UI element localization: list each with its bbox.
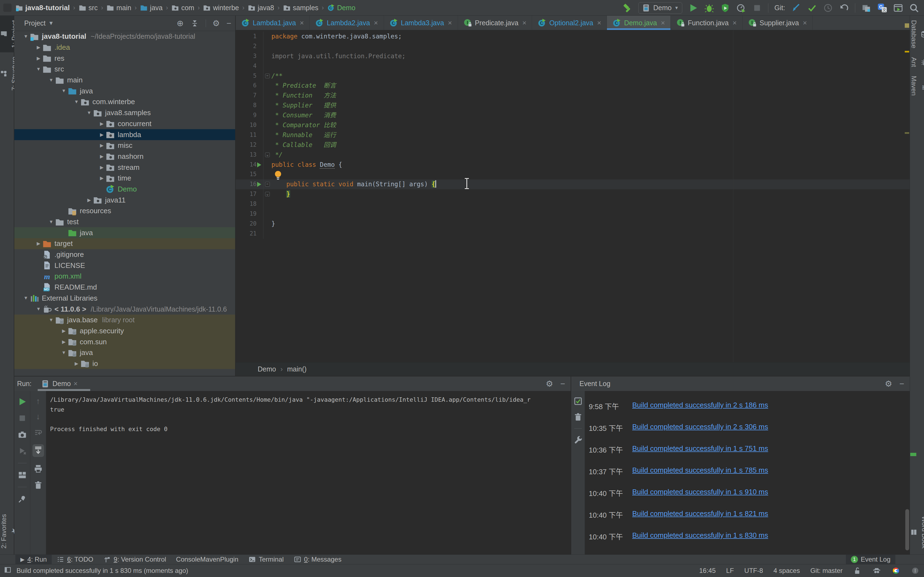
settings-gear-icon[interactable]: ⚙ [213,19,220,27]
tree-item-java11[interactable]: ▶java11 [14,195,235,206]
code-line-1[interactable]: 1package com.winterbe.java8.samples; [236,32,910,42]
tree-item--gitignore[interactable]: .gitignore [14,249,235,260]
toolwindow-button-run[interactable]: ▶4: Run [15,555,52,564]
tree-expand-icon[interactable]: ▼ [47,318,55,323]
toolwindow-button-todo[interactable]: 6: TODO [52,555,98,564]
tree-collapse-icon[interactable]: ▶ [98,121,106,127]
toolwindow-button-version-control[interactable]: 9: Version Control [98,555,171,564]
breadcrumb-item-samples[interactable]: samples [283,4,318,12]
tree-item-res[interactable]: ▶res [14,53,235,64]
tree-item-io[interactable]: ▶io [14,358,235,369]
tree-expand-icon[interactable]: ▼ [22,34,30,39]
breadcrumb-item-java[interactable]: java [140,4,163,12]
stop-icon[interactable] [18,414,27,423]
close-icon[interactable]: × [74,380,78,388]
rerun-icon[interactable] [18,397,27,406]
tree-item-demo[interactable]: CDemo [14,184,235,195]
tab-lambda3.java[interactable]: CLambda3.java× [384,16,458,30]
project-panel-title[interactable]: Project [24,19,46,27]
tab-lambda1.java[interactable]: CLambda1.java× [236,16,310,30]
code-line-10[interactable]: 10 * Comparator 比较 [236,120,910,130]
tree-collapse-icon[interactable]: ▶ [98,175,106,181]
tree-item-target[interactable]: ▶target [14,238,235,249]
close-icon[interactable]: × [733,19,737,27]
tree-collapse-icon[interactable]: ▶ [98,143,106,148]
clear-all-icon[interactable] [34,480,43,490]
close-icon[interactable]: × [448,19,452,27]
toolwindow-button-messages[interactable]: 0: Messages [289,555,347,564]
code-line-21[interactable]: 21 [236,229,910,239]
tree-expand-icon[interactable]: ▼ [73,99,80,105]
event-message-link[interactable]: Build completed successfully in 1 s 785 … [632,466,768,474]
status-item-utf-8[interactable]: UTF-8 [745,567,763,575]
event-log-scrollbar[interactable] [905,509,909,550]
profiler-icon[interactable] [736,3,746,13]
fold-marker-icon[interactable]: − [265,182,270,187]
mark-read-icon[interactable] [573,396,583,406]
unlock-icon[interactable] [853,566,862,575]
tree-collapse-icon[interactable]: ▶ [98,153,106,160]
event-message-link[interactable]: Build completed successfully in 1 s 910 … [632,488,768,496]
breadcrumb-item-com[interactable]: com [171,4,194,12]
close-icon[interactable]: × [597,19,601,27]
run-line-icon[interactable] [257,163,261,167]
tree-item-test[interactable]: ▼test [14,216,235,227]
breadcrumb-item-demo[interactable]: CDemo [327,4,355,12]
code-line-15[interactable]: 15 [236,169,910,179]
tab-function.java[interactable]: IFunction.java× [671,16,743,30]
code-line-20[interactable]: 20} [236,219,910,229]
hide-panel-icon[interactable]: − [899,380,904,388]
lightbulb-icon[interactable] [273,170,283,180]
breadcrumb-item-java8-tutorial[interactable]: java8-tutorial [15,3,70,12]
tree-expand-icon[interactable]: ▼ [60,350,68,356]
stripe-button-database[interactable]: Database [910,16,924,53]
project-structure-icon[interactable] [861,3,871,13]
tree-item-java[interactable]: ▼java [14,347,235,358]
tab-lambda2.java[interactable]: CLambda2.java× [310,16,384,30]
tree-item-time[interactable]: ▶time [14,173,235,184]
tree-item-apple-security[interactable]: ▶apple.security [14,326,235,337]
collapse-all-icon[interactable] [190,19,199,28]
tree-collapse-icon[interactable]: ▶ [60,339,68,345]
run-console-output[interactable]: /Library/Java/JavaVirtualMachines/jdk-11… [46,391,570,555]
breadcrumb-method[interactable]: main() [287,365,307,373]
stripe-button-ant[interactable]: Ant [910,53,924,71]
tree-collapse-icon[interactable]: ▶ [73,361,80,366]
run-tab-demo[interactable]: Demo× [39,376,80,391]
event-message-link[interactable]: Build completed successfully in 2 s 186 … [632,401,768,409]
event-settings-icon[interactable] [573,435,583,445]
down-icon[interactable]: ↓ [36,413,40,421]
tree-item-java8-samples[interactable]: ▼java8.samples [14,108,235,118]
code-line-7[interactable]: 7 * Function 方法 [236,91,910,101]
code-editor[interactable]: 1package com.winterbe.java8.samples;23im… [236,30,910,239]
close-icon[interactable]: × [522,19,527,27]
code-line-2[interactable]: 2 [236,42,910,52]
tree-expand-icon[interactable]: ▼ [60,88,68,94]
tree-collapse-icon[interactable]: ▶ [35,55,42,61]
fold-marker-icon[interactable]: ⌄ [265,192,270,197]
code-line-14[interactable]: 14public class Demo { [236,160,910,170]
tree-item-java[interactable]: java [14,227,235,238]
incognito-icon[interactable] [872,566,881,575]
tree-item-misc[interactable]: ▶misc [14,140,235,151]
code-line-5[interactable]: 5−/** [236,71,910,81]
tool-window-toggle-icon[interactable] [4,566,11,575]
up-icon[interactable]: ↑ [36,397,40,405]
tree-item-com-sun[interactable]: ▶com.sun [14,336,235,347]
breadcrumb-class[interactable]: Demo [258,365,276,373]
locate-icon[interactable]: ⊕ [176,19,183,27]
tree-item-stream[interactable]: ▶stream [14,162,235,173]
run-anything-icon[interactable] [893,3,903,13]
code-line-4[interactable]: 4 [236,61,910,71]
event-log-toggle-button[interactable]: 1 Event Log [846,555,895,564]
intention-bulb-icon[interactable] [273,170,283,181]
stripe-button-maven[interactable]: mMaven [910,71,924,100]
inspections-indicator[interactable] [905,23,909,28]
close-icon[interactable]: × [803,19,807,27]
tab-optional2.java[interactable]: COptional2.java× [532,16,607,30]
tree-item-external-libraries[interactable]: ▼External Libraries [14,293,235,304]
rollback-icon[interactable] [839,3,849,13]
tree-item-java8-tutorial[interactable]: ▼java8-tutorial~/IdeaProjects/demo/java8… [14,31,235,42]
chevron-down-icon[interactable]: ▼ [48,20,54,26]
status-item-4-spaces[interactable]: 4 spaces [774,567,800,575]
